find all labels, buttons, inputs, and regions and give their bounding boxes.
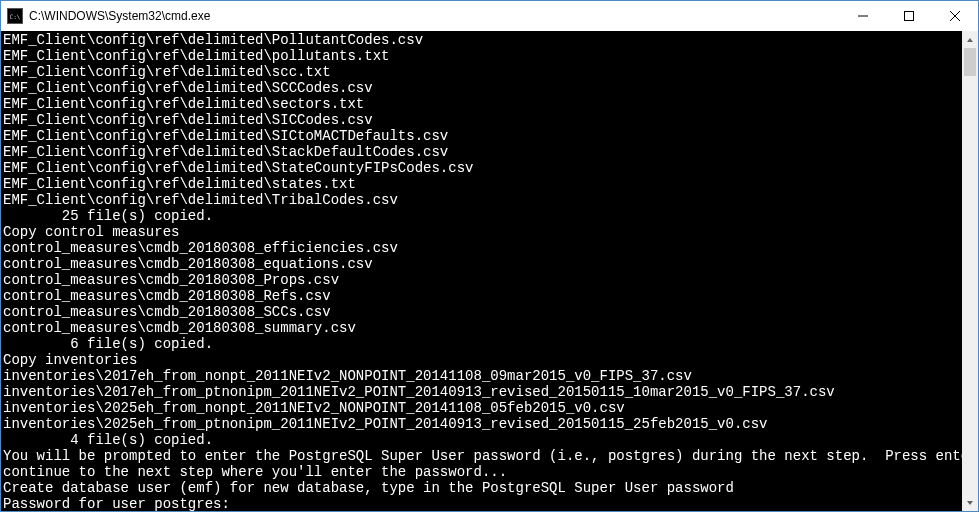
console-output[interactable]: EMF_Client\config\ref\delimited\Pollutan… — [1, 31, 962, 511]
cmd-window: C:\WINDOWS\System32\cmd.exe EMF_Client\c… — [0, 0, 979, 512]
scroll-up-button[interactable] — [962, 31, 978, 48]
scroll-track[interactable] — [962, 48, 978, 494]
svg-rect-1 — [905, 12, 914, 21]
vertical-scrollbar[interactable] — [962, 31, 978, 511]
maximize-button[interactable] — [886, 1, 932, 31]
svg-marker-4 — [967, 38, 973, 42]
scroll-thumb[interactable] — [964, 48, 976, 76]
titlebar[interactable]: C:\WINDOWS\System32\cmd.exe — [1, 1, 978, 31]
close-button[interactable] — [932, 1, 978, 31]
minimize-button[interactable] — [840, 1, 886, 31]
console-area: EMF_Client\config\ref\delimited\Pollutan… — [1, 31, 978, 511]
scroll-down-button[interactable] — [962, 494, 978, 511]
cmd-icon — [7, 8, 23, 24]
svg-marker-5 — [967, 501, 973, 505]
window-title: C:\WINDOWS\System32\cmd.exe — [29, 9, 210, 23]
